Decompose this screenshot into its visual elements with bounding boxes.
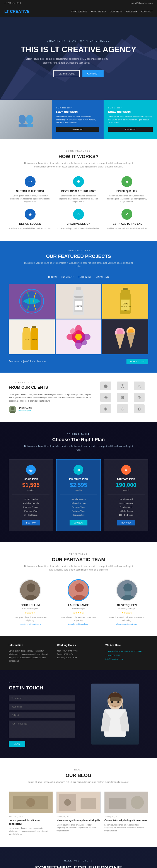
cta-content: MAKE YOUR STORY SOMETHING FOR EVERYONE L… [9,860,148,868]
vision-box: OUR VISION Know the world Lorem ipsum do… [104,100,157,139]
mission-btn[interactable]: JOIN MORE [56,127,99,132]
svg-text:EXTRA VIRGIN: EXTRA VIRGIN [120,306,131,308]
basic-feature-2: Unlimited Domain [12,501,50,505]
blog-text-1: Lorem ipsum dolor sit amet, consectetur … [9,827,53,836]
mission-label: OUR MISSION [56,107,99,109]
svg-point-54 [111,701,113,703]
nav-who-we-are[interactable]: WHO WE ARE [71,10,87,13]
contact-label: ADDRESS [9,681,75,683]
contact-send-button[interactable]: SEND [9,741,25,747]
client-logo-9: ◐ [134,404,145,413]
ultimate-plan-price: 190,000 [107,482,145,489]
mission-photo: 👥 [0,100,52,139]
tab-design[interactable]: DESIGN [48,276,56,279]
view-store-button[interactable]: VIEW IN STORE [127,359,148,364]
team-title: OUR FANTASTIC TEAM [9,557,148,562]
contact-subject-input[interactable] [9,712,75,718]
info-text-1: Lorem ipsum dolor sit amet, consectetur … [9,649,52,663]
feature-1: ✏ Sketch Is The First Lorem ipsum dolor … [9,176,52,204]
feature-4-text: Curabitur volutpat velit in libero ultri… [9,227,52,230]
project-card-3[interactable]: Olive EXTRA VIRGIN [102,284,148,318]
nav-logo[interactable]: LT CREATIVE [4,9,29,14]
premium-plan-btn[interactable]: BUY NOW [70,520,88,525]
ultimate-plan-btn[interactable]: BUY NOW [117,520,135,525]
svg-point-46 [124,583,132,592]
team-section: TEAM TABLE OUR FANTASTIC TEAM Duis autem… [0,542,157,636]
hero-desc: Lorem ipsum dolor sit amet, consectetur … [21,57,112,65]
info-hours: Mon - Thur: 9AM - 9PM Friday: 9AM - 6PM … [57,649,100,659]
info-col-1: Information Lorem ipsum dolor sit amet, … [9,644,52,663]
hero-contact-button[interactable]: CONTACT [82,70,103,77]
info-title-3: We Are Here [105,644,148,647]
contact-email-input[interactable] [9,704,75,710]
feature-3-icon: ★ [122,176,132,187]
blog-image-2 [56,792,100,813]
info-email[interactable]: info@ltcreative.com [105,657,148,661]
feature-6-text: Curabitur volutpat velit in libero ultri… [105,227,148,230]
tab-brand[interactable]: BRAND APP [61,276,74,279]
contact-name-input[interactable] [9,695,75,702]
vision-text: Lorem ipsum dolor sit amet, consectetur … [108,116,153,124]
info-address[interactable]: 1234 Creative Street, New York, NY 10001 [105,649,148,653]
people-icon: 👥 [18,112,34,127]
svg-point-43 [75,583,84,592]
project-card-2[interactable]: CREAM [56,284,102,318]
how-title: HOW IT WORKS? [9,154,148,159]
project-card-1[interactable] [9,284,55,318]
hero-section: CREATIVITY IS OUR MAIN EXPERIENCE THIS I… [0,17,157,100]
client-info: JOHN SMITH Web Designer [19,407,32,412]
top-bar: +1 234 567 8910 contact@ltcreative.com [0,0,157,6]
ultimate-feature-1: Backlinks Card [107,497,145,501]
feature-1-text: Lorem ipsum dolor sit amet, consectetur … [9,194,52,204]
feature-4: ◈ Design Second Curabitur volutpat velit… [9,209,52,230]
basic-plan-icon: ◎ [26,465,36,475]
svg-point-59 [26,798,35,807]
contact-message-input[interactable] [9,720,75,738]
ultimate-features: Backlinks Card Premium Design Premium Wo… [107,495,145,517]
svg-rect-11 [123,288,128,290]
nav-what-we-do[interactable]: WHO WE DO [91,10,106,13]
team-avatar-1 [19,579,41,601]
vision-btn[interactable]: JOIN MORE [108,127,153,132]
blog-date-2: January 5, 2017 [56,815,100,818]
how-label: CORE FEATURES [9,150,148,152]
basic-feature-3: Premium Support [12,505,50,509]
nav-contact[interactable]: CONTACT [141,10,153,13]
nav-gallery[interactable]: GALLERY [126,10,137,13]
premium-feature-2: Unlimited Domain [60,501,97,505]
client-logo-8: ⬡ [117,404,128,413]
project-card-5[interactable] [56,319,102,354]
ultimate-feature-4: 100 Gb Design [107,509,145,513]
feature-2: ⚙ Develop Is a Third Part Lorem ipsum do… [57,176,100,204]
svg-text:CREAM: CREAM [75,305,82,307]
hero-learn-more-button[interactable]: LEARN MORE [53,70,80,77]
how-desc: Duis autem vel eum iriure dolor in hendr… [24,162,133,168]
nav-our-team[interactable]: OUR TEAM [110,10,122,13]
team-avatar-2 [68,579,89,601]
team-stars-1: ★★★★☆ [9,612,52,614]
svg-point-22 [75,340,82,349]
team-text-3: Lorem ipsum dolor sit amet, consectetur … [105,616,148,622]
project-card-4[interactable]: BEER BREW [9,319,55,354]
how-it-works-section: CORE FEATURES HOW IT WORKS? Duis autem v… [0,139,157,241]
team-role-3: Marketing Manager [105,608,148,610]
svg-point-24 [82,334,90,340]
premium-plan-icon: ⊞ [74,465,83,475]
mission-text: Lorem ipsum dolor sit amet, consectetur … [56,116,99,124]
tab-marketing[interactable]: MARKETING [96,276,109,279]
clients-label: CORE FEATURES [9,381,94,383]
logo-lt: LT [4,9,9,14]
basic-plan-btn[interactable]: BUY NOW [22,520,40,525]
info-hours-3: Saturday: 10AM - 4PM [57,656,100,659]
mission-vision-section: 👥 OUR MISSION Save the world Lorem ipsum… [0,100,157,139]
info-phone[interactable]: +1 234 567 8910 [105,653,148,657]
blog-text-2: Lorem ipsum dolor sit amet, consectetur … [56,824,100,833]
team-label: TEAM TABLE [9,553,148,555]
svg-point-23 [67,334,75,340]
tab-stationery[interactable]: STATIONERY [78,276,91,279]
project-card-6[interactable] [102,319,148,354]
svg-rect-56 [110,696,121,701]
info-title-1: Information [9,644,52,647]
blog-text-3: Lorem ipsum dolor sit amet, consectetur … [104,824,148,833]
topbar-email: contact@ltcreative.com [130,2,153,4]
